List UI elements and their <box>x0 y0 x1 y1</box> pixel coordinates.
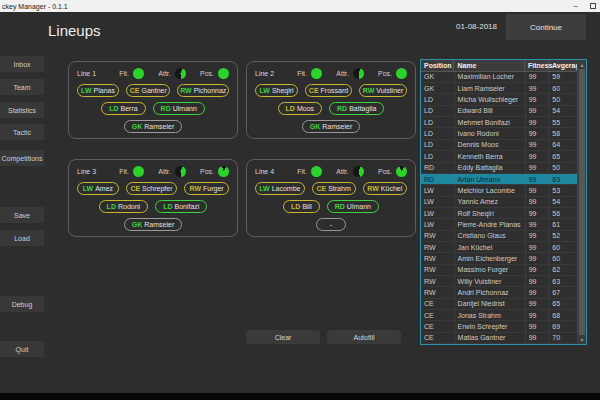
scroll-down-icon[interactable]: ▼ <box>578 335 586 344</box>
player-chip-rw-vuistiner[interactable]: RWVuistiner <box>359 84 407 97</box>
roster-row[interactable]: RWJan Küchel9960 <box>421 242 577 253</box>
cell-position: LW <box>421 219 455 229</box>
roster-row[interactable]: LWMelchior Lacombe9953 <box>421 185 577 196</box>
roster-row[interactable]: CEDanijel Niedrist9965 <box>421 299 577 310</box>
roster-row[interactable]: RWCristiano Glaus9952 <box>421 231 577 242</box>
continue-button[interactable]: Continue <box>506 14 586 40</box>
cell-avgerage: 55 <box>549 117 577 127</box>
pos-label: Pos. <box>200 168 214 175</box>
sidebar-item-inbox[interactable]: Inbox <box>0 56 44 72</box>
roster-row[interactable]: RWAmin Eichenberger9960 <box>421 253 577 264</box>
chip-row: LWLacombeCEStrahmRWKüchel <box>255 182 407 195</box>
cell-name: Yannic Amez <box>455 197 526 207</box>
column-header-avgerage[interactable]: Avgerage <box>549 60 577 71</box>
roster-row[interactable]: GKLiam Ramseier9960 <box>421 83 577 94</box>
roster-row[interactable]: CEMatias Gantner9970 <box>421 333 577 344</box>
scrollbar-thumb[interactable] <box>579 69 585 335</box>
roster-row[interactable]: RWMassimo Furger9962 <box>421 265 577 276</box>
roster-row[interactable]: LDMicha Wullschleger9950 <box>421 94 577 105</box>
player-chip-rd-battaglia[interactable]: RDBattaglia <box>329 102 384 115</box>
roster-row[interactable]: GKMaximilian Locher9959 <box>421 72 577 83</box>
position-tag: RD <box>337 103 347 114</box>
player-chip-ce-schrepfer[interactable]: CESchrepfer <box>126 182 178 195</box>
player-name: Rodoni <box>118 201 140 212</box>
cell-position: RD <box>421 174 455 184</box>
player-chip-lw-lacombe[interactable]: LWLacombe <box>255 182 305 195</box>
cell-avgerage: 63 <box>549 276 577 286</box>
roster-row[interactable]: LDDennis Moos9964 <box>421 140 577 151</box>
line-header: Line 2Fit.Attr.Pos. <box>255 67 407 79</box>
cell-fitness: 99 <box>526 321 550 331</box>
clear-button[interactable]: Clear <box>246 330 320 344</box>
column-header-name[interactable]: Name <box>454 60 525 71</box>
chip-row: GKRamseier <box>255 120 407 133</box>
roster-row[interactable]: CEErwin Schrepfer9969 <box>421 321 577 332</box>
sidebar-item-competitions[interactable]: Competitions <box>0 150 44 166</box>
player-chip--[interactable]: - <box>316 218 346 231</box>
player-chip-ld-bill[interactable]: LDBill <box>283 200 320 213</box>
roster-row[interactable]: LWPierre-André Planas9961 <box>421 219 577 230</box>
player-name: Bonifazi <box>174 201 199 212</box>
roster-row[interactable]: LDMehmet Bonifazi9955 <box>421 117 577 128</box>
player-chip-rw-pichonnaz[interactable]: RWPichonnaz <box>177 84 229 97</box>
cell-avgerage: 53 <box>549 185 577 195</box>
player-chip-rd-ulmann[interactable]: RDUlmann <box>327 200 379 213</box>
roster-row[interactable]: LDIvano Rodoni9958 <box>421 128 577 139</box>
sidebar-item-load[interactable]: Load <box>0 230 44 246</box>
player-chip-gk-ramseier[interactable]: GKRamseier <box>302 120 360 133</box>
cell-name: Melchior Lacombe <box>455 185 526 195</box>
player-chip-ce-strahm[interactable]: CEStrahm <box>312 182 356 195</box>
player-chip-gk-ramseier[interactable]: GKRamseier <box>124 120 182 133</box>
attr-indicator-group: Attr. <box>158 68 185 79</box>
roster-row[interactable]: RDEddy Battaglia9950 <box>421 163 577 174</box>
sidebar-item-team[interactable]: Team <box>0 79 44 95</box>
roster-row[interactable]: RWWilly Vuistiner9963 <box>421 276 577 287</box>
roster-row[interactable]: LDEdward Bill9954 <box>421 106 577 117</box>
column-header-position[interactable]: Position <box>421 60 454 71</box>
roster-row[interactable]: RDArtan Ulmann9963 <box>421 174 577 185</box>
scroll-up-icon[interactable]: ▲ <box>578 60 586 69</box>
player-chip-lw-planas[interactable]: LWPlanas <box>77 84 119 97</box>
player-chip-ce-frossard[interactable]: CEFrossard <box>305 84 352 97</box>
sidebar-item-tactic[interactable]: Tactic <box>0 124 44 140</box>
player-chip-ld-rodoni[interactable]: LDRodoni <box>99 200 149 213</box>
sidebar-item-debug[interactable]: Debug <box>0 296 44 312</box>
cell-avgerage: 50 <box>549 163 577 173</box>
maximize-icon[interactable] <box>590 3 596 9</box>
cell-name: Jan Küchel <box>455 242 526 252</box>
sidebar-item-statistics[interactable]: Statistics <box>0 102 44 118</box>
roster-row[interactable]: RWAndri Pichonnaz9967 <box>421 287 577 298</box>
roster-row[interactable]: CEJonas Strahm9968 <box>421 310 577 321</box>
line-header: Line 1Fit.Attr.Pos. <box>77 67 229 79</box>
pos-indicator-group: Pos. <box>378 68 407 79</box>
player-chip-ld-berra[interactable]: LDBerra <box>101 102 145 115</box>
position-tag: LD <box>286 103 295 114</box>
position-tag: LD <box>107 201 116 212</box>
pos-label: Pos. <box>378 70 392 77</box>
minimize-icon[interactable]: – <box>574 3 578 9</box>
sidebar-item-save[interactable]: Save <box>0 207 44 223</box>
chip-row: LDBerraRDUlmann <box>77 102 229 115</box>
player-chip-rw-küchel[interactable]: RWKüchel <box>363 182 407 195</box>
player-name: Berra <box>120 103 137 114</box>
cell-fitness: 99 <box>526 287 550 297</box>
roster-row[interactable]: LDKenneth Berra9965 <box>421 151 577 162</box>
chip-row: LDBillRDUlmann <box>255 200 407 213</box>
player-chip-rw-furger[interactable]: RWFurger <box>184 182 229 195</box>
player-chip-gk-ramseier[interactable]: GKRamseier <box>124 218 182 231</box>
roster-row[interactable]: LWYannic Amez9954 <box>421 197 577 208</box>
roster-scrollbar[interactable]: ▲ ▼ <box>577 60 586 344</box>
roster-row[interactable]: LWRolf Sheqiri9956 <box>421 208 577 219</box>
player-chip-lw-sheqiri[interactable]: LWSheqiri <box>255 84 298 97</box>
player-chip-rd-ulmann[interactable]: RDUlmann <box>153 102 205 115</box>
line-label: Line 1 <box>77 70 105 77</box>
sidebar-item-quit[interactable]: Quit <box>0 341 44 357</box>
player-chip-ld-bonifazi[interactable]: LDBonifazi <box>155 200 207 213</box>
cell-name: Micha Wullschleger <box>455 94 526 104</box>
player-chip-lw-amez[interactable]: LWAmez <box>77 182 119 195</box>
autofill-button[interactable]: Autofill <box>327 330 401 344</box>
column-header-fitness[interactable]: Fitness <box>525 60 549 71</box>
player-chip-ld-moos[interactable]: LDMoos <box>278 102 322 115</box>
player-chip-ce-gantner[interactable]: CEGantner <box>126 84 170 97</box>
attr-pie-icon <box>353 166 364 177</box>
